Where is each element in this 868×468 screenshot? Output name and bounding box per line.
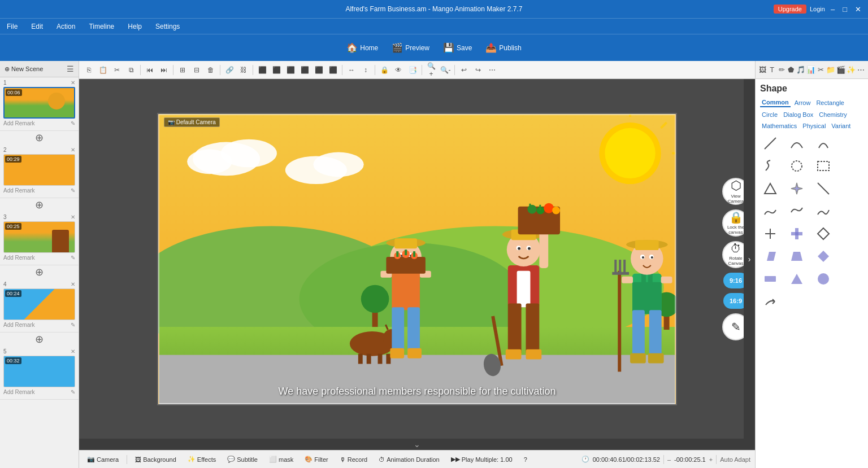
login-button[interactable]: Login	[810, 6, 825, 12]
duplicate-button[interactable]: ⧉	[125, 64, 137, 76]
shape-triangle-filled[interactable]	[787, 269, 807, 289]
rp-chart-button[interactable]: 📊	[806, 63, 816, 77]
shape-diagonal-line2[interactable]	[813, 178, 834, 199]
main-canvas[interactable]: 📷 Default Camera We have professional me…	[157, 113, 677, 405]
cat-mathematics-button[interactable]: Mathematics	[760, 122, 798, 130]
frame-plus-button[interactable]: +	[709, 456, 713, 463]
publish-button[interactable]: 📤 Publish	[485, 42, 521, 53]
scene-thumb-2[interactable]: 00:29	[3, 154, 75, 186]
add-remark-4[interactable]: Add Remark ✎	[3, 320, 75, 330]
add-scene-after-3[interactable]: ⊕	[0, 265, 79, 279]
preview-button[interactable]: 🎬 Preview	[392, 42, 429, 53]
cat-variant-button[interactable]: Variant	[830, 122, 852, 130]
minimize-button[interactable]: –	[828, 5, 837, 14]
bc-help-button[interactable]: ?	[520, 455, 531, 464]
cat-rectangle-button[interactable]: Rectangle	[814, 98, 846, 107]
camera-bc-button[interactable]: 📷 Camera	[84, 454, 122, 464]
close-button[interactable]: ✕	[853, 5, 863, 14]
shape-curve-wave[interactable]	[760, 201, 780, 221]
cat-circle-button[interactable]: Circle	[760, 111, 779, 119]
shape-parallelogram[interactable]	[760, 246, 780, 266]
cat-arrow-button[interactable]: Arrow	[793, 98, 813, 107]
add-remark-2[interactable]: Add Remark ✎	[3, 186, 75, 195]
rp-draw-button[interactable]: ✏	[777, 63, 787, 77]
shape-diamond[interactable]	[813, 224, 834, 244]
link-button[interactable]: 🔗	[223, 64, 236, 76]
menu-action[interactable]: Action	[50, 19, 82, 34]
canvas-bottom-handle[interactable]: ⌄	[79, 439, 755, 450]
shape-star-4[interactable]	[787, 178, 807, 199]
shape-curve-wave3[interactable]	[813, 201, 834, 221]
add-remark-1[interactable]: Add Remark ✎	[3, 119, 75, 128]
mask-button[interactable]: ⬜ mask	[266, 454, 297, 464]
cut-button[interactable]: ✂	[111, 64, 123, 76]
add-remark-3[interactable]: Add Remark ✎	[3, 253, 75, 263]
save-button[interactable]: 💾 Save	[443, 42, 472, 53]
align-top-button[interactable]: ⬛	[284, 64, 297, 76]
upgrade-button[interactable]: Upgrade	[774, 5, 806, 14]
subtitle-button[interactable]: 💬 Subtitle	[224, 454, 261, 464]
shape-trapezoid[interactable]	[787, 246, 807, 266]
rp-image-button[interactable]: 🖼	[758, 63, 767, 77]
zoom-out-button[interactable]: 🔍-	[439, 64, 452, 76]
scene-options-4[interactable]: ✕	[71, 281, 75, 287]
home-button[interactable]: 🏠 Home	[346, 42, 378, 53]
filter-button[interactable]: 🎨 Filter	[301, 454, 331, 464]
scene-thumb-4[interactable]: 00:24	[3, 288, 75, 320]
lock-button[interactable]: 🔒	[378, 64, 390, 76]
scene-thumb-3[interactable]: 00:25	[3, 221, 75, 253]
delete-button[interactable]: 🗑	[205, 64, 217, 76]
shape-arrow-right-curve[interactable]	[760, 291, 780, 312]
cat-chemistry-button[interactable]: Chemistry	[817, 111, 849, 119]
rp-edit-button[interactable]: ✂	[816, 63, 826, 77]
rp-text-button[interactable]: T	[767, 63, 777, 77]
scene-options-3[interactable]: ✕	[71, 214, 75, 220]
add-scene-after-4[interactable]: ⊕	[0, 333, 79, 346]
cat-physical-button[interactable]: Physical	[801, 122, 827, 130]
prev-frame-button[interactable]: ⏮	[144, 64, 156, 76]
rp-folder-button[interactable]: 📁	[826, 63, 836, 77]
shape-diamond-filled[interactable]	[813, 246, 834, 266]
play-multiple-button[interactable]: ▶▶ Play Multiple: 1.00	[448, 454, 516, 464]
scene-list-icon[interactable]: ☰	[67, 64, 74, 73]
menu-timeline[interactable]: Timeline	[82, 19, 121, 34]
shape-triangle[interactable]	[760, 178, 780, 199]
paste-button[interactable]: 📋	[97, 64, 109, 76]
shape-circle-dashed[interactable]	[787, 156, 807, 176]
copy-button[interactable]: ⎘	[83, 64, 95, 76]
rp-shape-button[interactable]: ⬟	[786, 63, 796, 77]
menu-edit[interactable]: Edit	[24, 19, 50, 34]
add-scene-after-1[interactable]: ⊕	[0, 131, 79, 145]
scene-options-2[interactable]: ✕	[71, 147, 75, 153]
group-button[interactable]: ⊞	[176, 64, 189, 76]
shape-plus-thin[interactable]	[760, 224, 780, 244]
redo-button[interactable]: ↪	[472, 64, 484, 76]
menu-file[interactable]: File	[0, 19, 24, 34]
rp-media-button[interactable]: 🎵	[796, 63, 806, 77]
rp-scene-button[interactable]: 🎬	[836, 63, 846, 77]
align-v-center-button[interactable]: ⬛	[327, 64, 339, 76]
scene-thumb-1[interactable]: 00:06	[3, 87, 75, 119]
align-h-center-button[interactable]: ⬛	[313, 64, 325, 76]
flip-h-button[interactable]: ↔	[345, 64, 358, 76]
shape-rect-dashed[interactable]	[813, 156, 834, 176]
menu-settings[interactable]: Settings	[149, 19, 186, 34]
shape-curve-s[interactable]	[760, 156, 780, 176]
background-button[interactable]: 🖼 Background	[132, 455, 180, 464]
maximize-button[interactable]: □	[840, 5, 849, 14]
align-bottom-button[interactable]: ⬛	[298, 64, 311, 76]
ungroup-button[interactable]: ⊟	[190, 64, 203, 76]
align-left-button[interactable]: ⬛	[256, 64, 268, 76]
animation-duration-button[interactable]: ⏱ Animation Duration	[375, 455, 443, 464]
shape-arc[interactable]	[813, 133, 834, 154]
record-button[interactable]: 🎙 Record	[336, 455, 371, 464]
effects-button[interactable]: ✨ Effects	[184, 454, 219, 464]
hide-button[interactable]: 👁	[392, 64, 405, 76]
add-scene-after-2[interactable]: ⊕	[0, 198, 79, 212]
rp-more-button[interactable]: ⋯	[856, 63, 866, 77]
frame-minus-button[interactable]: –	[667, 456, 671, 463]
unlink-button[interactable]: ⛓	[237, 64, 250, 76]
menu-help[interactable]: Help	[121, 19, 149, 34]
align-right-button[interactable]: ⬛	[270, 64, 283, 76]
shape-line-curve[interactable]	[787, 133, 807, 154]
